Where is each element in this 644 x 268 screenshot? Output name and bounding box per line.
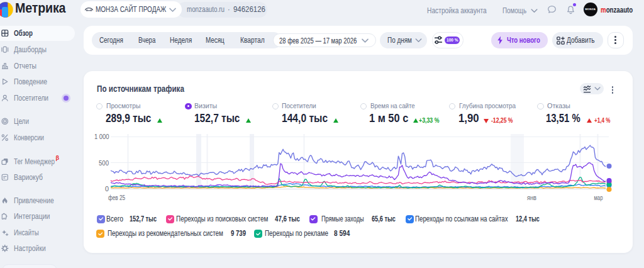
svg-text:0: 0 <box>105 185 109 193</box>
svg-text:1 000: 1 000 <box>94 133 109 140</box>
svg-text:мар: мар <box>594 194 603 201</box>
svg-text:янв: янв <box>527 194 536 201</box>
svg-text:фев 25: фев 25 <box>108 194 125 201</box>
svg-text:500: 500 <box>99 159 109 167</box>
